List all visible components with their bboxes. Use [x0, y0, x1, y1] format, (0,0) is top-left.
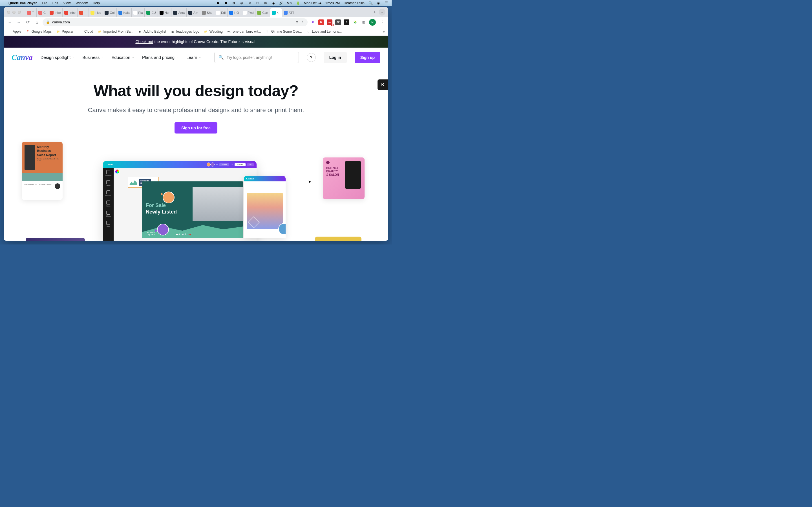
- menu-help[interactable]: Help: [93, 1, 100, 5]
- nav-plans[interactable]: Plans and pricing⌄: [142, 55, 179, 60]
- nav-business[interactable]: Business⌄: [82, 55, 103, 60]
- extension-icon-k[interactable]: K: [344, 19, 349, 25]
- volume-icon[interactable]: 🔊: [279, 1, 283, 5]
- template-card-partial[interactable]: [315, 237, 361, 241]
- bookmark-item[interactable]: iCloud: [78, 30, 93, 34]
- template-beauty-salon[interactable]: BRITNEY BEAUTY & SALON: [323, 158, 364, 199]
- login-button[interactable]: Log in: [324, 52, 347, 63]
- browser-tab[interactable]: T: [26, 8, 37, 17]
- browser-tab[interactable]: Inbo: [48, 8, 63, 17]
- announcement-banner[interactable]: Check out the event highlights of Canva …: [4, 36, 388, 48]
- bookmark-item[interactable]: 📁Imported From Sa...: [98, 30, 133, 34]
- tab-favicon-icon: [27, 11, 31, 15]
- display-icon[interactable]: ⎚: [248, 1, 252, 5]
- browser-tab[interactable]: Kaja: [117, 8, 132, 17]
- menu-view[interactable]: View: [63, 1, 71, 5]
- bookmark-item[interactable]: 📍Google Maps: [26, 30, 52, 34]
- new-tab-button[interactable]: +: [371, 8, 378, 16]
- browser-tab[interactable]: ATT: [282, 8, 296, 17]
- search-input[interactable]: [227, 55, 295, 60]
- browser-tab[interactable]: EU: [145, 8, 158, 17]
- extension-icon-lastpass[interactable]: •••5: [327, 19, 333, 25]
- template-card-partial[interactable]: [26, 238, 85, 241]
- wifi-icon[interactable]: ◈: [271, 1, 275, 5]
- nav-learn[interactable]: Learn⌄: [186, 55, 201, 60]
- design-canvas: For Sale Newly Listed 31 Stella City nam: [142, 181, 243, 238]
- tabs-dropdown-button[interactable]: ⌄: [378, 9, 386, 15]
- help-button[interactable]: ?: [307, 53, 316, 62]
- menubar-user[interactable]: Heather Yellin: [344, 1, 364, 5]
- profile-button[interactable]: H: [369, 19, 376, 25]
- extensions-button[interactable]: 🧩: [352, 19, 358, 25]
- reload-button[interactable]: ⟳: [24, 19, 31, 25]
- search-box[interactable]: 🔍: [214, 52, 299, 63]
- browser-tab[interactable]: Ama: [171, 8, 187, 17]
- extension-icon-gf[interactable]: GF: [335, 19, 341, 25]
- side-widget-button[interactable]: K: [377, 79, 388, 90]
- close-window-button[interactable]: [7, 11, 10, 14]
- browser-tab[interactable]: [78, 8, 89, 17]
- bookmark-item[interactable]: 📁Wedding: [204, 30, 223, 34]
- bookmark-item[interactable]: ◉Add to Babylist: [138, 30, 166, 34]
- browser-tab[interactable]: Fwd: [241, 8, 256, 17]
- timemachine-icon[interactable]: ↻: [255, 1, 259, 5]
- browser-tab[interactable]: Pla: [132, 8, 145, 17]
- bookmarks-overflow-button[interactable]: »: [383, 29, 385, 34]
- browser-tab[interactable]: Nur: [158, 8, 172, 17]
- bookmark-item[interactable]: RKone-pan farro wit...: [227, 30, 261, 34]
- stop-icon[interactable]: ⏹: [224, 1, 228, 5]
- tool-icon[interactable]: ⚙: [232, 1, 236, 5]
- browser-tab[interactable]: She: [200, 8, 214, 17]
- signup-free-button[interactable]: Sign up for free: [174, 122, 217, 133]
- hexagon-shape-icon: [248, 216, 260, 228]
- record-icon[interactable]: ⏺: [216, 1, 220, 5]
- menu-file[interactable]: File: [42, 1, 47, 5]
- template-sales-report[interactable]: Monthly Business Sales Report For the pe…: [22, 142, 63, 200]
- browser-tab[interactable]: C: [37, 8, 48, 17]
- bookmark-item[interactable]: LLove and Lemons...: [306, 30, 342, 34]
- bookmark-item[interactable]: 🍴Gimme Some Ove...: [266, 30, 302, 34]
- maximize-window-button[interactable]: [18, 11, 21, 14]
- menubar-time[interactable]: 12:28 PM: [325, 1, 340, 5]
- extension-icon-rakuten[interactable]: R: [318, 19, 324, 25]
- nav-education[interactable]: Education⌄: [111, 55, 134, 60]
- browser-tab[interactable]: HO: [227, 8, 241, 17]
- forward-button[interactable]: →: [15, 19, 22, 25]
- minimize-window-button[interactable]: [12, 11, 15, 14]
- bluetooth-icon[interactable]: ⌘: [263, 1, 267, 5]
- menu-window[interactable]: Window: [75, 1, 88, 5]
- battery-icon[interactable]: 🔋: [296, 1, 300, 5]
- share-icon[interactable]: ⇪: [296, 20, 299, 24]
- bookmark-star-icon[interactable]: ☆: [301, 20, 304, 24]
- home-button[interactable]: ⌂: [34, 19, 40, 25]
- address-bar[interactable]: 🔒 canva.com ⇪ ☆: [43, 18, 308, 26]
- battery-percent[interactable]: 5%: [287, 1, 292, 5]
- browser-tab[interactable]: ×: [270, 8, 282, 17]
- spotlight-icon[interactable]: 🔍: [368, 1, 372, 5]
- menu-edit[interactable]: Edit: [52, 1, 58, 5]
- chrome-menu-button[interactable]: ⋮: [378, 19, 386, 25]
- menubar-date[interactable]: Mon Oct 24: [304, 1, 321, 5]
- siri-icon[interactable]: ◉: [376, 1, 380, 5]
- close-tab-icon[interactable]: ×: [277, 11, 280, 15]
- browser-tab[interactable]: Inbo: [63, 8, 77, 17]
- browser-tab[interactable]: Can: [255, 8, 270, 17]
- dnd-icon[interactable]: ⊘: [240, 1, 244, 5]
- signup-button[interactable]: Sign up: [355, 52, 380, 63]
- browser-tab[interactable]: Hos: [89, 8, 103, 17]
- browser-tab[interactable]: Onl: [103, 8, 116, 17]
- canva-logo[interactable]: Canva: [11, 53, 33, 62]
- bookmark-item[interactable]: Apple: [7, 30, 21, 34]
- bookmark-item[interactable]: ◧leadpages logo: [170, 30, 199, 34]
- banner-link[interactable]: Check out: [135, 40, 153, 44]
- sidepanel-icon[interactable]: ◫: [361, 19, 366, 25]
- bookmark-item[interactable]: 📁Popular: [56, 30, 73, 34]
- browser-tab[interactable]: Edi: [214, 8, 227, 17]
- nav-design-spotlight[interactable]: Design spotlight⌄: [41, 55, 75, 60]
- control-center-icon[interactable]: ☰: [384, 1, 388, 5]
- app-name[interactable]: QuickTime Player: [8, 1, 37, 5]
- editor-logo: Canva: [106, 163, 113, 166]
- browser-tab[interactable]: Am: [187, 8, 200, 17]
- extension-icon-1[interactable]: ❋: [310, 19, 315, 25]
- back-button[interactable]: ←: [6, 19, 13, 25]
